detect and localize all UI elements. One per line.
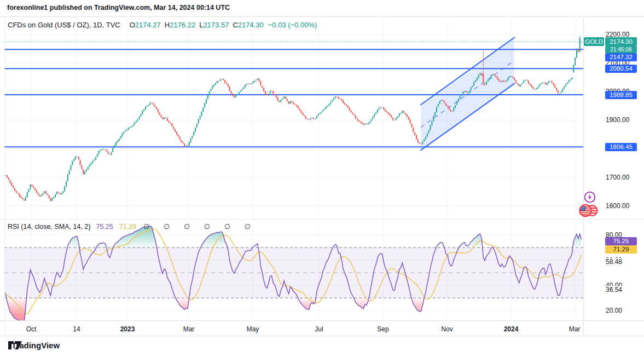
rsi-value: 75.25 [96, 223, 113, 231]
symbol-title: CFDs on Gold (US$ / OZ), 1D, TVC [8, 21, 120, 29]
rsi-empty-plots: ∅ ∅ ∅ ∅ ∅ ∅ [143, 222, 257, 231]
price-scale[interactable]: 2200.002100.002000.001900.001800.001700.… [583, 16, 644, 320]
change-value: −0.03 (−0.00%) [268, 21, 317, 29]
time-tick-label: Mar [569, 325, 581, 333]
rsi-ma-value: 71.29 [119, 223, 136, 231]
open-label: O [130, 21, 135, 29]
time-tick-label: Sep [377, 325, 388, 333]
time-tick-label: May [247, 325, 259, 333]
time-tick-label: 14 [73, 325, 80, 333]
us-flag-icon[interactable] [578, 203, 599, 218]
time-tick-label: Mar [183, 325, 195, 333]
level-price-badge: 2147.32 [605, 53, 637, 61]
level-price-badge: 1806.45 [605, 143, 637, 151]
close-label: C [233, 21, 237, 29]
rsi-title: RSI (14, close, SMA, 14, 2) [8, 223, 90, 231]
rsi-legend[interactable]: RSI (14, close, SMA, 14, 2) 75.25 71.29 … [8, 222, 257, 231]
close-value: 2174.30 [238, 21, 264, 29]
rsi-value-badge: 71.29 [605, 245, 637, 254]
tradingview-logo-icon [8, 341, 22, 350]
time-scale[interactable]: Oct142023MarMayJulSepNov2024Mar [0, 320, 644, 336]
time-tick-label: 2023 [120, 325, 135, 333]
price-tick-label: 1600.00 [606, 202, 629, 210]
rsi-tick-label: 20.00 [606, 307, 622, 314]
tradingview-gold-chart-screenshot: { "header": { "publisher_line": "forexon… [0, 0, 644, 356]
header-separator [0, 16, 644, 17]
rsi-level-label: 36.54 [606, 286, 623, 294]
open-value: 2174.27 [135, 21, 161, 29]
high-label: H [165, 21, 170, 29]
plot-left-border [4, 16, 5, 336]
publisher-line: forexonline1 published on TradingView.co… [7, 4, 230, 12]
low-value: 2173.57 [203, 21, 229, 29]
time-tick-label: Jul [315, 325, 323, 333]
price-tick-label: 1900.00 [606, 116, 629, 124]
high-value: 2176.22 [170, 21, 195, 29]
time-tick-label: Oct [26, 325, 37, 333]
boost-lightning-icon[interactable] [584, 191, 596, 203]
symbol-name-badge: GOLD [584, 37, 604, 46]
bar-countdown-badge: 21:45:08 [605, 46, 637, 53]
footer-separator [0, 336, 644, 336]
last-price-badge: 2174.30 [605, 37, 637, 46]
pane-separator [0, 219, 644, 220]
price-tick-label: 1700.00 [606, 174, 629, 181]
time-tick-label: Nov [441, 325, 452, 333]
tradingview-logo-link[interactable]: TradingView [8, 341, 60, 350]
chart-canvas[interactable] [0, 0, 644, 356]
level-price-badge: 1988.85 [605, 91, 637, 99]
rsi-value-badge: 75.25 [605, 237, 637, 245]
rsi-level-label: 58.48 [606, 258, 623, 266]
symbol-info-bar[interactable]: CFDs on Gold (US$ / OZ), 1D, TVC O2174.2… [8, 21, 317, 29]
low-label: L [199, 21, 203, 29]
time-tick-label: 2024 [504, 325, 519, 333]
level-price-badge: 2080.54 [605, 65, 637, 73]
